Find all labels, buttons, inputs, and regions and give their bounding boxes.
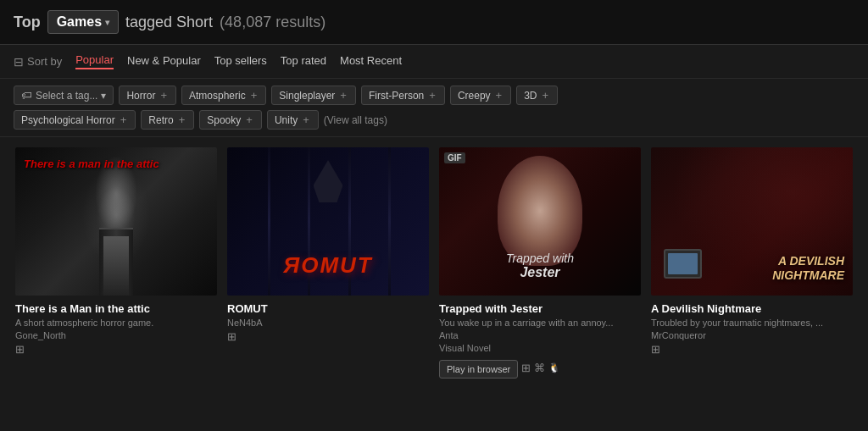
windows-icon: ⊞ [227,330,236,343]
tab-most-recent[interactable]: Most Recent [340,54,402,69]
tag-icon: 🏷 [21,89,32,102]
tag-singleplayer-plus[interactable]: + [338,89,348,102]
linux-icon: 🐧 [548,362,560,373]
game-3-text-line2: Jester [506,265,574,280]
tag-retro[interactable]: Retro + [141,110,194,130]
game-1-platforms: ⊞ [15,343,217,356]
tag-retro-label: Retro [148,114,173,126]
tag-unity-label: Unity [275,114,298,126]
game-2-platforms: ⊞ [227,330,429,343]
tag-creepy[interactable]: Creepy + [450,86,511,105]
mac-icon: ⌘ [534,362,545,374]
tab-top-sellers[interactable]: Top sellers [214,54,267,69]
results-count: (48,087 results) [220,14,326,31]
game-1-author: Gone_North [15,330,217,340]
game-3-genre: Visual Novel [439,343,641,353]
game-1-title: There is a Man in the attic [15,302,217,315]
tag-unity[interactable]: Unity + [267,110,319,130]
game-thumbnail-4: A DEVILISH NIGHTMARE [651,147,853,296]
gif-badge: GIF [444,152,465,163]
chevron-down-icon: ▾ [105,18,109,27]
game-4-author: MrConqueror [651,330,853,340]
games-grid: There is a man in the attic There is a M… [0,137,868,389]
windows-icon: ⊞ [521,362,531,374]
game-4-text-line2: NIGHTMARE [772,268,844,283]
game-1-door [99,228,133,296]
play-in-browser-button[interactable]: Play in browser [439,360,518,379]
tag-filters: 🏷 Select a tag... ▾ Horror + Atmospheric… [0,79,868,137]
tab-new-popular[interactable]: New & Popular [127,54,201,69]
game-3-desc: You wake up in a carriage with an annoy.… [439,318,641,328]
game-1-overlay-text: There is a man in the attic [24,157,159,172]
tag-atmospheric-label: Atmospheric [189,90,246,102]
game-2-title-text: ЯOMUT [283,252,373,279]
filter-icon: ⊟ [14,55,24,69]
play-label: Play in browser [447,364,510,374]
tag-3d-plus[interactable]: + [541,89,551,102]
tag-horror-plus[interactable]: + [159,89,169,102]
tagged-label: tagged Short [125,14,213,31]
tag-psychological-horror[interactable]: Psychological Horror + [14,110,136,130]
tag-psychological-plus[interactable]: + [119,113,129,126]
game-4-text-line1: A DEVILISH [772,254,844,268]
tag-atmospheric-plus[interactable]: + [249,89,259,102]
windows-icon: ⊞ [15,343,25,356]
game-2-author: NeN4bA [227,318,429,328]
game-3-title-text: Trapped with Jester [506,251,574,280]
tab-popular[interactable]: Popular [75,53,114,69]
tag-creepy-label: Creepy [458,90,491,102]
tag-horror[interactable]: Horror + [119,86,176,105]
game-4-tv [664,249,702,279]
tag-spooky-plus[interactable]: + [244,113,254,126]
game-2-title: ROMUT [227,302,429,315]
game-thumbnail-3: GIF Trapped with Jester [439,147,641,296]
tag-psychological-horror-label: Psychological Horror [21,114,115,126]
game-thumbnail-1: There is a man in the attic [15,147,217,296]
tag-singleplayer[interactable]: Singleplayer + [271,86,356,105]
game-card-1[interactable]: There is a man in the attic There is a M… [10,147,222,389]
tag-3d[interactable]: 3D + [516,86,558,105]
games-label: Games [57,14,102,30]
tag-atmospheric[interactable]: Atmospheric + [181,86,266,105]
tab-top-rated[interactable]: Top rated [281,54,326,69]
view-all-tags-link[interactable]: (View all tags) [324,114,387,126]
tag-first-person[interactable]: First-Person + [361,86,445,105]
game-4-tv-screen [668,253,698,274]
game-4-title-text: A DEVILISH NIGHTMARE [772,254,844,283]
header: Top Games ▾ tagged Short (48,087 results… [0,0,868,45]
game-3-author: Anta [439,330,641,340]
tag-retro-plus[interactable]: + [177,113,187,126]
tag-first-person-plus[interactable]: + [427,89,437,102]
game-4-desc: Troubled by your traumatic nightmares, .… [651,318,853,328]
game-3-face [498,156,582,266]
game-1-desc: A short atmospheric horror game. [15,318,217,328]
tag-row-1: 🏷 Select a tag... ▾ Horror + Atmospheric… [14,86,854,105]
tag-spooky-label: Spooky [207,114,241,126]
game-thumbnail-2: ЯOMUT [227,147,429,296]
game-4-title: A Devilish Nightmare [651,302,853,315]
game-3-play-row: Play in browser ⊞ ⌘ 🐧 [439,356,641,379]
tag-row-2: Psychological Horror + Retro + Spooky + … [14,110,854,130]
game-3-text-line1: Trapped with [506,251,574,265]
tag-creepy-plus[interactable]: + [494,89,504,102]
tag-unity-plus[interactable]: + [301,113,311,126]
game-card-3[interactable]: GIF Trapped with Jester Trapped with Jes… [434,147,646,389]
top-label: Top [14,14,41,31]
sort-by-label: ⊟ Sort by [14,55,62,69]
sort-bar: ⊟ Sort by Popular New & Popular Top sell… [0,45,868,79]
game-4-platforms: ⊞ [651,343,853,356]
game-card-4[interactable]: A DEVILISH NIGHTMARE A Devilish Nightmar… [646,147,858,389]
games-dropdown[interactable]: Games ▾ [47,10,119,34]
game-3-title: Trapped with Jester [439,302,641,315]
tag-first-person-label: First-Person [369,90,424,102]
chevron-down-icon: ▾ [101,90,106,102]
tag-select-label: Select a tag... [36,90,97,102]
windows-icon: ⊞ [651,343,660,356]
game-card-2[interactable]: ЯOMUT ROMUT NeN4bA ⊞ [222,147,434,389]
tag-spooky[interactable]: Spooky + [199,110,262,130]
tag-3d-label: 3D [524,90,537,102]
tag-singleplayer-label: Singleplayer [279,90,335,102]
tag-select-input[interactable]: 🏷 Select a tag... ▾ [14,86,114,105]
tag-horror-label: Horror [126,90,155,102]
